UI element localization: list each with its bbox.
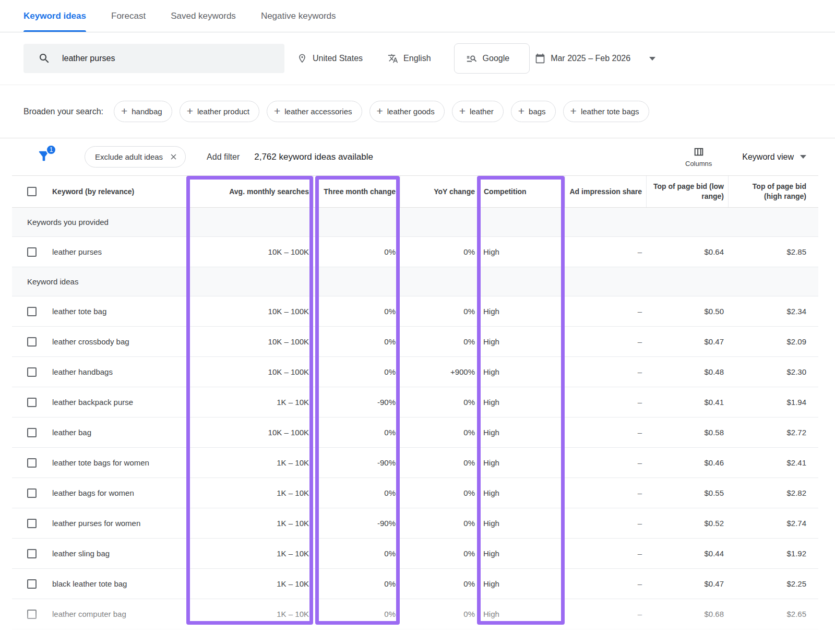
broaden-chip-leather-accessories[interactable]: +leather accessories: [267, 101, 362, 122]
add-filter-button[interactable]: Add filter: [207, 152, 240, 162]
cell-top-bid-high: $1.94: [728, 387, 818, 417]
row-checkbox[interactable]: [27, 367, 37, 377]
plus-icon: +: [187, 105, 193, 116]
cell-competition: High: [479, 296, 565, 326]
header-keyword[interactable]: Keyword (by relevance): [47, 176, 189, 207]
cell-top-bid-high: $2.85: [728, 237, 818, 267]
cell-keyword[interactable]: leather backpack purse: [47, 387, 189, 417]
cell-keyword[interactable]: leather handbags: [47, 357, 189, 387]
cell-avg-monthly-searches: 10K – 100K: [189, 296, 313, 326]
row-checkbox[interactable]: [27, 337, 37, 347]
network-selector[interactable]: Google: [454, 43, 530, 74]
row-checkbox[interactable]: [27, 549, 37, 558]
cell-top-bid-high: $2.74: [728, 508, 818, 538]
cell-keyword[interactable]: leather crossbody bag: [47, 327, 189, 356]
cell-avg-monthly-searches: 1K – 10K: [189, 599, 313, 629]
cell-three-month-change: 0%: [313, 357, 400, 387]
cell-top-bid-low: $0.64: [646, 237, 728, 267]
table-row: leather sling bag1K – 10K0%0%High–$0.44$…: [12, 539, 818, 569]
cell-top-bid-low: $0.44: [646, 539, 728, 568]
cell-competition: High: [479, 599, 565, 629]
table-row: leather crossbody bag10K – 100K0%0%High–…: [12, 327, 818, 357]
cell-top-bid-low: $0.52: [646, 508, 728, 538]
location-selector[interactable]: United States: [297, 53, 363, 64]
broaden-chip-leather-goods[interactable]: +leather goods: [369, 101, 445, 122]
cell-avg-monthly-searches: 1K – 10K: [189, 569, 313, 599]
cell-top-bid-high: $2.41: [728, 448, 818, 478]
date-range-value: Mar 2025 – Feb 2026: [551, 54, 630, 63]
broaden-chip-bags[interactable]: +bags: [511, 101, 556, 122]
keyword-view-label: Keyword view: [742, 152, 794, 162]
exclude-chip-label: Exclude adult ideas: [95, 152, 163, 161]
row-checkbox-cell: [12, 448, 47, 478]
cell-ad-impression-share: –: [565, 508, 646, 538]
cell-avg-monthly-searches: 1K – 10K: [189, 387, 313, 417]
cell-yoy-change: 0%: [400, 327, 479, 356]
broaden-chip-leather[interactable]: +leather: [452, 101, 504, 122]
chip-label: leather tote bags: [581, 107, 639, 116]
row-checkbox[interactable]: [27, 247, 37, 257]
location-pin-icon: [297, 53, 307, 64]
tab-forecast[interactable]: Forecast: [111, 0, 146, 32]
filter-bar: 1 Exclude adult ideas Add filter 2,762 k…: [0, 138, 835, 175]
plus-icon: +: [570, 105, 577, 116]
row-checkbox[interactable]: [27, 610, 37, 619]
filter-funnel-icon[interactable]: 1: [37, 149, 51, 165]
cell-top-bid-low: $0.41: [646, 387, 728, 417]
section-header-row: Keywords you provided: [12, 208, 818, 237]
tab-saved-keywords[interactable]: Saved keywords: [171, 0, 236, 32]
cell-keyword[interactable]: leather purses for women: [47, 508, 189, 538]
cell-keyword[interactable]: leather computer bag: [47, 599, 189, 629]
row-checkbox[interactable]: [27, 398, 37, 407]
exclude-adult-ideas-chip[interactable]: Exclude adult ideas: [85, 146, 186, 168]
header-top-bid-low[interactable]: Top of page bid (low range): [646, 176, 728, 207]
cell-keyword[interactable]: black leather tote bag: [47, 569, 189, 599]
columns-button[interactable]: Columns: [685, 146, 712, 168]
cell-avg-monthly-searches: 10K – 100K: [189, 418, 313, 447]
broaden-chip-leather-product[interactable]: +leather product: [180, 101, 259, 122]
cell-avg-monthly-searches: 10K – 100K: [189, 357, 313, 387]
cell-three-month-change: 0%: [313, 237, 400, 267]
cell-keyword[interactable]: leather bag: [47, 418, 189, 447]
cell-keyword[interactable]: leather tote bag: [47, 296, 189, 326]
chip-label: leather: [470, 107, 494, 116]
cell-competition: High: [479, 569, 565, 599]
table-row: leather handbags10K – 100K0%+900%High–$0…: [12, 357, 818, 387]
row-checkbox[interactable]: [27, 307, 37, 316]
select-all-checkbox[interactable]: [27, 187, 37, 196]
row-checkbox[interactable]: [27, 458, 37, 468]
cell-keyword[interactable]: leather bags for women: [47, 478, 189, 508]
broaden-chip-handbag[interactable]: +handbag: [114, 101, 172, 122]
header-top-bid-high[interactable]: Top of page bid (high range): [728, 176, 818, 207]
cell-top-bid-high: $2.09: [728, 327, 818, 356]
header-ad-impression-share[interactable]: Ad impression share: [565, 176, 646, 207]
cell-avg-monthly-searches: 1K – 10K: [189, 539, 313, 568]
language-selector[interactable]: English: [388, 53, 431, 64]
keyword-view-selector[interactable]: Keyword view: [742, 152, 806, 162]
row-checkbox[interactable]: [27, 579, 37, 589]
date-range-selector[interactable]: Mar 2025 – Feb 2026: [535, 53, 655, 64]
cell-keyword[interactable]: leather tote bags for women: [47, 448, 189, 478]
broaden-chip-leather-tote-bags[interactable]: +leather tote bags: [563, 101, 649, 122]
language-value: English: [403, 54, 431, 63]
cell-competition: High: [479, 478, 565, 508]
location-value: United States: [313, 54, 363, 63]
chevron-down-icon: [800, 155, 806, 159]
cell-keyword[interactable]: leather purses: [47, 237, 189, 267]
close-icon[interactable]: [169, 152, 178, 161]
row-checkbox[interactable]: [27, 428, 37, 437]
row-checkbox[interactable]: [27, 519, 37, 528]
keyword-search-input[interactable]: leather purses: [23, 44, 284, 73]
cell-keyword[interactable]: leather sling bag: [47, 539, 189, 568]
tab-negative-keywords[interactable]: Negative keywords: [261, 0, 336, 32]
header-avg-monthly-searches[interactable]: Avg. monthly searches: [189, 176, 313, 207]
cell-top-bid-low: $0.46: [646, 448, 728, 478]
calendar-icon: [535, 53, 545, 64]
row-checkbox[interactable]: [27, 488, 37, 498]
header-three-month-change[interactable]: Three month change: [313, 176, 400, 207]
cell-top-bid-high: $2.25: [728, 569, 818, 599]
header-yoy-change[interactable]: YoY change: [400, 176, 479, 207]
header-competition[interactable]: Competition: [479, 176, 565, 207]
chip-label: leather product: [197, 107, 249, 116]
tab-keyword-ideas[interactable]: Keyword ideas: [23, 0, 86, 32]
